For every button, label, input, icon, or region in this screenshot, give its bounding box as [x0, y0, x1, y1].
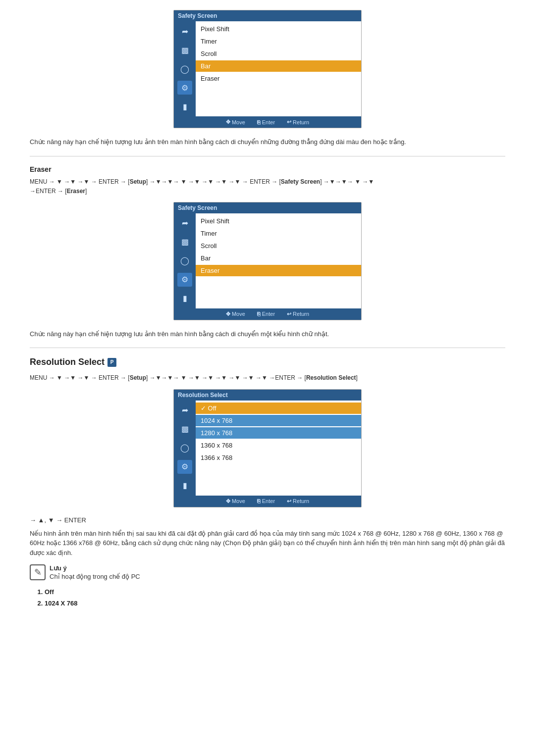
- section2-container: Eraser MENU → ▼ →▼ →▼ → ENTER → [Setup] …: [30, 165, 505, 339]
- menu-footer-2: ✥ Move ⎘ Enter ↩ Return: [174, 308, 361, 320]
- menu-item-pixel-shift[interactable]: Pixel Shift: [196, 23, 361, 35]
- safety-screen-menu-2: Safety Screen ➦ ▩ ◯ ⚙ ▮ Pixel Shift Time…: [173, 202, 362, 320]
- icon-arrow: ➦: [177, 24, 192, 38]
- icon-display: ▩: [177, 43, 192, 57]
- menu-items-list-2: Pixel Shift Timer Scroll Bar Eraser: [196, 213, 361, 308]
- menu-items-list-3: ✓ Off 1024 x 768 1280 x 768 1360 x 768 1…: [196, 401, 361, 496]
- footer-return-1: ↩ Return: [287, 119, 309, 125]
- icon-circle-3: ◯: [177, 441, 192, 455]
- list-item-off: Off: [45, 588, 505, 596]
- resolution-icon-p: P: [107, 358, 116, 367]
- note-text: Chỉ hoạt động trong chế độ PC: [50, 573, 140, 580]
- menu-item-1360[interactable]: 1360 x 768: [196, 440, 361, 451]
- footer-enter-1: ⎘ Enter: [257, 119, 275, 125]
- divider-1: [30, 156, 505, 156]
- resolution-body-text: Nếu hình ảnh trên màn hình hiển thị sai …: [30, 529, 505, 558]
- divider-2: [30, 348, 505, 348]
- menu-item-bar[interactable]: Bar: [196, 60, 361, 72]
- note-icon: ✎: [30, 564, 46, 580]
- icon-display-2: ▩: [177, 235, 192, 249]
- section1-menu-container: Safety Screen ➦ ▩ ◯ ⚙ ▮ Pixel Shift Time…: [30, 10, 505, 147]
- icon-gear-active-2: ⚙: [177, 273, 192, 287]
- menu-item-pixel-shift-2[interactable]: Pixel Shift: [196, 215, 361, 227]
- resolution-select-menu: Resolution Select ➦ ▩ ◯ ⚙ ▮ ✓ Off 1024 x…: [173, 389, 362, 507]
- menu-icons-2: ➦ ▩ ◯ ⚙ ▮: [174, 213, 196, 308]
- menu-title-1: Safety Screen: [174, 10, 361, 21]
- footer-move-3: ✥ Move: [226, 498, 245, 504]
- resolution-list: Off 1024 X 768: [45, 588, 505, 607]
- footer-move-1: ✥ Move: [226, 119, 245, 125]
- icon-arrow-2: ➦: [177, 216, 192, 230]
- menu-item-timer[interactable]: Timer: [196, 36, 361, 47]
- menu-body-1: ➦ ▩ ◯ ⚙ ▮ Pixel Shift Timer Scroll Bar E…: [174, 21, 361, 116]
- eraser-nav-path: MENU → ▼ →▼ →▼ → ENTER → [Setup] →▼→▼→ ▼…: [30, 177, 505, 196]
- icon-gear-active: ⚙: [177, 81, 192, 95]
- icon-circle-2: ◯: [177, 254, 192, 268]
- menu-item-1366[interactable]: 1366 x 768: [196, 452, 361, 463]
- menu-item-eraser-2[interactable]: Eraser: [196, 265, 361, 276]
- menu-body-3: ➦ ▩ ◯ ⚙ ▮ ✓ Off 1024 x 768 1280 x 768 13…: [174, 401, 361, 496]
- resolution-select-heading: Resolution Select P: [30, 357, 505, 367]
- safety-screen-menu-1: Safety Screen ➦ ▩ ◯ ⚙ ▮ Pixel Shift Time…: [173, 10, 362, 128]
- arrow-indicator: → ▲, ▼ → ENTER: [30, 516, 505, 524]
- menu-item-1024[interactable]: 1024 x 768: [196, 415, 361, 426]
- footer-return-2: ↩ Return: [287, 311, 309, 317]
- menu-item-eraser[interactable]: Eraser: [196, 73, 361, 84]
- icon-folder: ▮: [177, 100, 192, 113]
- menu-item-1280[interactable]: 1280 x 768: [196, 427, 361, 439]
- menu-item-bar-2[interactable]: Bar: [196, 252, 361, 264]
- section2-body-text: Chức năng này hạn chế hiện tượng lưu ảnh…: [30, 329, 505, 339]
- menu-item-scroll-2[interactable]: Scroll: [196, 240, 361, 252]
- resolution-heading-text: Resolution Select: [30, 357, 105, 367]
- menu-items-list-1: Pixel Shift Timer Scroll Bar Eraser: [196, 21, 361, 116]
- footer-move-2: ✥ Move: [226, 311, 245, 317]
- resolution-nav-path: MENU → ▼ →▼ →▼ → ENTER → [Setup] →▼→▼→ ▼…: [30, 373, 505, 383]
- menu-title-3: Resolution Select: [174, 390, 361, 401]
- section3-container: Resolution Select P MENU → ▼ →▼ →▼ → ENT…: [30, 357, 505, 607]
- menu-icons-3: ➦ ▩ ◯ ⚙ ▮: [174, 401, 196, 496]
- icon-folder-3: ▮: [177, 479, 192, 493]
- footer-return-3: ↩ Return: [287, 498, 309, 504]
- menu-body-2: ➦ ▩ ◯ ⚙ ▮ Pixel Shift Timer Scroll Bar E…: [174, 213, 361, 308]
- menu-item-off[interactable]: ✓ Off: [196, 403, 361, 414]
- menu-footer-1: ✥ Move ⎘ Enter ↩ Return: [174, 116, 361, 128]
- icon-folder-2: ▮: [177, 292, 192, 305]
- icon-gear-active-3: ⚙: [177, 460, 192, 474]
- menu-title-2: Safety Screen: [174, 202, 361, 213]
- eraser-heading: Eraser: [30, 165, 505, 173]
- menu-footer-3: ✥ Move ⎘ Enter ↩ Return: [174, 496, 361, 507]
- note-content: Lưu ý Chỉ hoạt động trong chế độ PC: [50, 564, 140, 580]
- menu-item-timer-2[interactable]: Timer: [196, 228, 361, 239]
- menu-item-scroll[interactable]: Scroll: [196, 48, 361, 59]
- list-item-1024: 1024 X 768: [45, 600, 505, 607]
- note-title: Lưu ý: [50, 564, 140, 572]
- icon-display-3: ▩: [177, 422, 192, 436]
- icon-arrow-3: ➦: [177, 403, 192, 417]
- menu-icons-1: ➦ ▩ ◯ ⚙ ▮: [174, 21, 196, 116]
- footer-enter-3: ⎘ Enter: [257, 498, 275, 504]
- footer-enter-2: ⎘ Enter: [257, 311, 275, 317]
- note-box: ✎ Lưu ý Chỉ hoạt động trong chế độ PC: [30, 564, 505, 580]
- icon-circle: ◯: [177, 62, 192, 76]
- section1-body-text: Chức năng này hạn chế hiện tượng lưu ảnh…: [30, 137, 505, 147]
